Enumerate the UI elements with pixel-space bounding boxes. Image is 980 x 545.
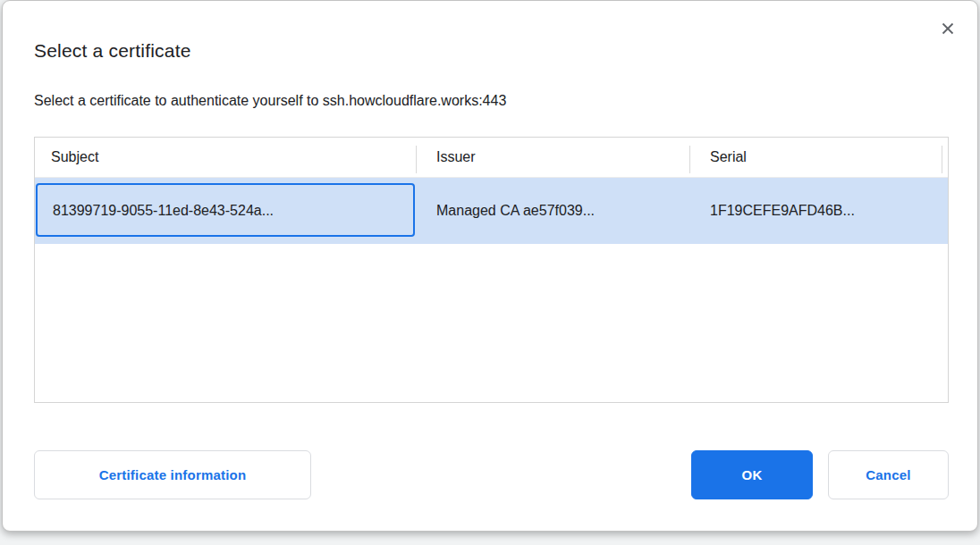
page-title: Select a certificate: [34, 40, 191, 62]
table-row[interactable]: 81399719-9055-11ed-8e43-524a... Managed …: [35, 178, 948, 244]
column-header-label: Subject: [51, 149, 98, 165]
certificate-information-button[interactable]: Certificate information: [34, 450, 311, 499]
close-button[interactable]: [936, 17, 959, 40]
cell-subject: 81399719-9055-11ed-8e43-524a...: [35, 203, 417, 219]
scrollbar-gutter: [942, 138, 948, 177]
cell-issuer: Managed CA ae57f039...: [417, 203, 690, 219]
dialog-subtitle: Select a certificate to authenticate you…: [34, 93, 506, 109]
column-header-label: Issuer: [436, 149, 476, 165]
column-header-label: Serial: [710, 149, 747, 165]
column-header-serial: Serial: [690, 138, 942, 177]
cell-serial: 1F19CEFE9AFD46B...: [690, 203, 942, 219]
cancel-button[interactable]: Cancel: [828, 450, 949, 499]
certificate-select-dialog: Select a certificate Select a certificat…: [2, 0, 978, 532]
column-header-subject: Subject: [35, 138, 417, 177]
close-icon: [941, 21, 955, 36]
certificate-table: Subject Issuer Serial 81399719-9055-11ed…: [34, 137, 949, 403]
table-header: Subject Issuer Serial: [35, 138, 948, 178]
column-header-issuer: Issuer: [417, 138, 690, 177]
ok-button[interactable]: OK: [691, 450, 813, 499]
